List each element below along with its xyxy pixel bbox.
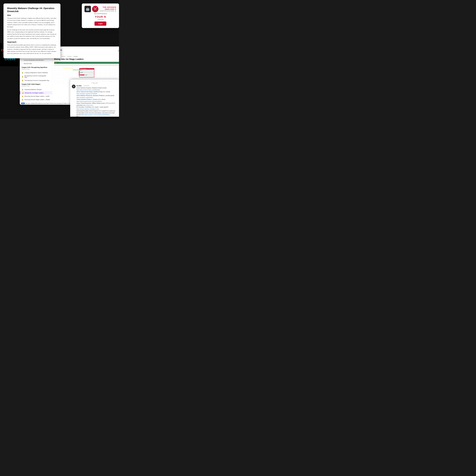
svg-rect-1 [64, 68, 73, 69]
lesson-dive-active[interactable]: 🔒 Diving into 1st Stage Loaders [20, 91, 52, 94]
blog-title: Biweekly Malware Challenge #4: Operation… [7, 7, 57, 13]
job-line-3: Senior Malware Researcher, Mandiant (Phi… [76, 95, 117, 99]
job-link-4[interactable]: https://boards.greenhouse.io/huntress/jo… [76, 101, 103, 102]
chapter-2-title: Chapter 0×02: Initial Stagers [22, 84, 50, 85]
blog-approach-text: There are several possible approaches wh… [7, 44, 57, 55]
job-line-1: Senior Detection Engineer, Mandiant (Glo… [76, 87, 117, 91]
chapter-2-sub: Delayed 0 days [22, 85, 50, 86]
lesson-dive-label: Diving into 1st Stage Loaders [25, 92, 44, 94]
expand-button[interactable]: ⤢ [117, 49, 119, 52]
max-dot [57, 62, 57, 63]
job-line-4: Threat Operations Analyst I, Huntress (U… [76, 99, 117, 102]
msg-reaction-1: 🇺🇸 10 [76, 116, 117, 117]
breadcrumb: Products / Course / Section / Lesson [52, 55, 119, 58]
cert-cert-of: CERTIFICATION O [100, 10, 116, 12]
job-line-6: IR Consultant, TrustedSec (U.S. based - … [76, 106, 117, 110]
lesson-crypto1-label: Recognizing Common Cryptographic Algo... [24, 75, 50, 78]
cert-body-text: THIS CERTIFICATION IS [94, 13, 107, 14]
msg-author-1: 0verfl0w_ [76, 85, 82, 86]
lesson-algo-label: Looking at Algorithms inside of Malware [24, 72, 48, 73]
title-bar-text [58, 62, 119, 63]
spartan-helmet-icon: ⚔️ [92, 6, 99, 12]
play-icon-discord: ▷ [22, 63, 23, 64]
lesson-unpack-label: Unpacking Malware Samples [24, 89, 42, 90]
lesson-zloader-label: Reversing Second Stage Loaders - Zloader [24, 99, 50, 100]
blog-aim-heading: Aim [7, 14, 57, 17]
lesson-crypto2[interactable]: 🔒 "Recognizing Common Cryptographic Alg.… [20, 79, 52, 82]
lesson-intro[interactable]: ▷ Course Introduction and Structure [20, 58, 52, 62]
job-line-5: Senior Threat Researcher, VMRay (Global … [76, 102, 117, 106]
dialog-buttons: Replace All Close [80, 74, 94, 75]
cert-title-block: THE ADVANCE ANALYSIS C CERTIFICATION O [100, 6, 116, 12]
breadcrumb-course[interactable]: Course [61, 56, 65, 57]
message-body-1: 0verfl0w_ 27/05/2022 Senior Detection En… [76, 85, 117, 117]
svg-rect-2 [73, 69, 80, 71]
msg-text-1: Senior Detection Engineer, Mandiant (Glo… [76, 87, 117, 116]
lesson-crypto2-label: "Recognizing Common Cryptographic Alg... [24, 80, 50, 81]
date-separator-1: 27 May 2022 [72, 82, 117, 84]
find-label: Find: [80, 70, 94, 71]
min-dot [56, 62, 56, 63]
job-line-2: Senior Cybersecurity Analyst, NextEra En… [76, 91, 117, 95]
find-input[interactable] [80, 71, 94, 72]
job-link-6[interactable]: https://www.trustedsec.com/about-us/ca..… [76, 108, 100, 110]
chapter-1-sub: Delayed 0 days [22, 68, 50, 70]
chapter-2: Chapter 0×02: Initial Stagers Delayed 0 … [20, 82, 52, 88]
robot-icon: 🤖 [85, 6, 91, 12]
excel-toolbar [54, 62, 119, 64]
find-dialog-title: Find and Replace [80, 68, 94, 69]
job-link-5[interactable]: https://www.vmra... [83, 104, 94, 106]
lesson-zloader[interactable]: 🔒 Reversing Second Stage Loaders - Zload… [20, 98, 52, 101]
cert-card: 🤖 ⚔️ THE ADVANCE ANALYSIS C CERTIFICATIO… [82, 3, 119, 28]
lock-icon-crypto2: 🔒 [22, 80, 23, 81]
lesson-intro-label: Course Introduction and Structure [24, 60, 44, 61]
lesson-unpack[interactable]: 🔒 Unpacking Malware Samples [20, 88, 52, 91]
login-button[interactable]: Login [94, 21, 106, 26]
replace-input[interactable] [80, 73, 94, 74]
lock-icon-algo: 🔒 [22, 72, 23, 73]
lesson-icedid-label: Reversing Second Stage Loaders - IcedID [24, 96, 49, 97]
excel-ribbon [54, 64, 119, 66]
jobs-panel: 27 May 2022 0 0verfl0w_ 27/05/2022 Senio… [70, 80, 119, 117]
job-link-1[interactable]: https://jobs.smartrecruiters.com/Mandian… [76, 89, 100, 90]
blog-approach-heading: Approach [7, 41, 57, 43]
lock-icon-icedid: 🔒 [22, 95, 23, 97]
blog-aim-text2: So, the challenge for this week: We rece… [7, 29, 57, 39]
lock-icon-crypto1: 🔒 [22, 76, 23, 77]
lock-icon-zloader: 🔒 [22, 99, 23, 101]
job-link-7[interactable]: https://jobs.centene.com/us/en/job/13120… [82, 114, 111, 115]
jobs-message-1: 0 0verfl0w_ 27/05/2022 Senior Detection … [72, 85, 117, 117]
lock-icon-dive: 🔒 [22, 92, 24, 94]
cert-zero-text: " of the Zero [97, 19, 104, 20]
lock-icon-unpack: 🔒 [22, 88, 23, 90]
lesson-discord-label: Discord Invite [24, 63, 32, 64]
blog-card: Biweekly Malware Challenge #4: Operation… [3, 3, 60, 58]
cert-logo-row: 🤖 ⚔️ THE ADVANCE ANALYSIS C CERTIFICATIO… [85, 6, 116, 12]
job-link-3[interactable]: https://ninjajobs.org/job/e83b... [76, 97, 94, 98]
lesson-algo[interactable]: 🔒 Looking at Algorithms inside of Malwar… [20, 71, 52, 74]
job-link-2[interactable]: https://ninjajobs.org/job/7a17506d83... [76, 93, 98, 94]
replace-label: Replace: [80, 72, 94, 73]
jobs-panel-inner: 27 May 2022 0 0verfl0w_ 27/05/2022 Senio… [70, 80, 119, 117]
cert-title-line1: THE ADVANCE [100, 6, 116, 8]
sep2: / [66, 56, 67, 57]
msg-time-1: 27/05/2022 [84, 85, 89, 86]
find-replace-dialog: Find and Replace Find: Replace: Replace … [79, 68, 94, 78]
cert-name-placeholder: YOUR N [95, 15, 106, 18]
replace-all-btn[interactable]: Replace All [80, 74, 84, 75]
cancel-btn[interactable]: Close [85, 74, 87, 75]
lesson-title-main: Diving into 1st Stage Loaders [52, 58, 119, 62]
breadcrumb-lesson: Lesson [74, 56, 78, 57]
cert-title-line2: ANALYSIS C [100, 8, 116, 10]
course-sidebar: Chapter 0×00: Course Introduction ▷ Cour… [20, 55, 52, 105]
lesson-discord[interactable]: ▷ Discord Invite [20, 62, 52, 65]
blog-aim-text1: The goal of this fourth challenge is sli… [7, 17, 57, 28]
user-avatar-1: 0 [72, 85, 76, 88]
breadcrumb-section[interactable]: Section [67, 56, 72, 57]
sep3: / [72, 56, 73, 57]
close-dot [55, 62, 55, 63]
job-line-7: Adversarial Emulation Senior Engineer (U… [76, 110, 117, 116]
lesson-icedid[interactable]: 🔒 Reversing Second Stage Loaders - IcedI… [20, 94, 52, 98]
lesson-crypto1[interactable]: 🔒 Recognizing Common Cryptographic Algo.… [20, 74, 52, 79]
chapter-1: Chapter 0×01: Recognising Algorithms Del… [20, 65, 52, 71]
